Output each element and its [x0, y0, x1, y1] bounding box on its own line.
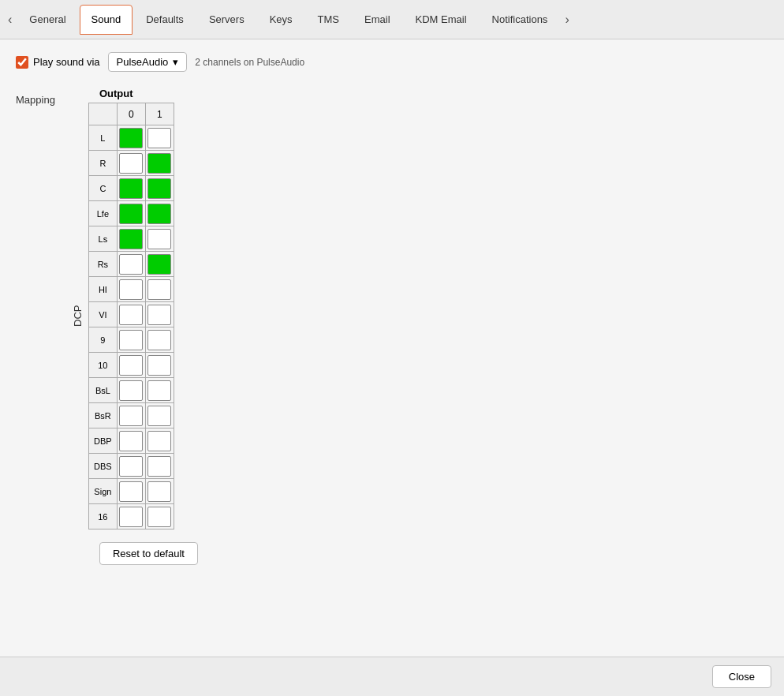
cell-BsR-0[interactable]: [117, 403, 145, 428]
dcp-label: DCP: [68, 103, 87, 529]
cell-inner-DBP-0[interactable]: [119, 431, 143, 451]
cell-10-1[interactable]: [145, 353, 174, 378]
row-label-9: 9: [88, 327, 117, 353]
cell-HI-0[interactable]: [117, 277, 145, 302]
cell-inner-Lfe-1[interactable]: [147, 204, 171, 224]
row-label-L: L: [88, 125, 117, 151]
mapping-col-header-0: 0: [117, 103, 145, 125]
cell-inner-10-1[interactable]: [147, 355, 171, 376]
cell-inner-Lfe-0[interactable]: [119, 204, 143, 224]
cell-inner-10-0[interactable]: [119, 355, 143, 376]
cell-Sign-1[interactable]: [145, 479, 174, 504]
row-label-Rs: Rs: [88, 252, 117, 277]
cell-HI-1[interactable]: [145, 277, 174, 302]
cell-BsL-1[interactable]: [145, 378, 174, 403]
cell-inner-L-1[interactable]: [147, 128, 171, 148]
cell-Lfe-1[interactable]: [145, 201, 174, 226]
table-row: BsR: [88, 403, 174, 428]
cell-Lfe-0[interactable]: [117, 201, 145, 226]
tab-servers[interactable]: Servers: [197, 5, 256, 35]
row-label-R: R: [88, 151, 117, 176]
row-label-C: C: [88, 176, 117, 201]
table-row: 9: [88, 327, 174, 353]
cell-inner-VI-0[interactable]: [119, 305, 143, 325]
cell-inner-L-0[interactable]: [119, 128, 143, 148]
cell-C-1[interactable]: [145, 176, 174, 201]
cell-DBP-1[interactable]: [145, 428, 174, 454]
cell-inner-R-0[interactable]: [119, 153, 143, 174]
cell-inner-9-1[interactable]: [147, 330, 171, 350]
cell-inner-DBP-1[interactable]: [147, 431, 171, 451]
table-row: Rs: [88, 252, 174, 277]
tab-defaults[interactable]: Defaults: [134, 5, 196, 35]
cell-Rs-1[interactable]: [145, 252, 174, 277]
cell-inner-BsR-1[interactable]: [147, 406, 171, 426]
cell-Ls-1[interactable]: [145, 226, 174, 252]
tab-kdm-email[interactable]: KDM Email: [404, 5, 479, 35]
cell-16-0[interactable]: [117, 504, 145, 529]
row-label-DBP: DBP: [88, 428, 117, 454]
cell-inner-Ls-0[interactable]: [119, 229, 143, 249]
cell-inner-Sign-0[interactable]: [119, 481, 143, 502]
audio-device-dropdown[interactable]: PulseAudio ▾: [108, 52, 188, 72]
cell-inner-R-1[interactable]: [147, 153, 171, 174]
cell-inner-16-0[interactable]: [119, 507, 143, 527]
cell-L-1[interactable]: [145, 125, 174, 151]
tab-notifications[interactable]: Notifications: [480, 5, 560, 35]
cell-Sign-0[interactable]: [117, 479, 145, 504]
cell-inner-9-0[interactable]: [119, 330, 143, 350]
cell-L-0[interactable]: [117, 125, 145, 151]
cell-inner-BsL-1[interactable]: [147, 380, 171, 401]
cell-inner-DBS-1[interactable]: [147, 456, 171, 477]
cell-inner-HI-1[interactable]: [147, 279, 171, 300]
cell-inner-Ls-1[interactable]: [147, 229, 171, 249]
cell-R-1[interactable]: [145, 151, 174, 176]
tab-tms[interactable]: TMS: [306, 5, 351, 35]
cell-Ls-0[interactable]: [117, 226, 145, 252]
cell-9-0[interactable]: [117, 327, 145, 353]
cell-C-0[interactable]: [117, 176, 145, 201]
cell-9-1[interactable]: [145, 327, 174, 353]
cell-Rs-0[interactable]: [117, 252, 145, 277]
cell-10-0[interactable]: [117, 353, 145, 378]
tab-general[interactable]: General: [17, 5, 77, 35]
prev-tab-button[interactable]: ‹: [3, 0, 17, 39]
close-button[interactable]: Close: [712, 665, 771, 688]
cell-inner-VI-1[interactable]: [147, 305, 171, 325]
play-sound-checkbox[interactable]: [16, 56, 28, 69]
cell-VI-1[interactable]: [145, 302, 174, 327]
tab-keys[interactable]: Keys: [258, 5, 304, 35]
cell-inner-Rs-1[interactable]: [147, 254, 171, 275]
table-row: Ls: [88, 226, 174, 252]
reset-to-default-button[interactable]: Reset to default: [99, 542, 198, 565]
row-label-BsR: BsR: [88, 403, 117, 428]
cell-inner-BsR-0[interactable]: [119, 406, 143, 426]
play-sound-label[interactable]: Play sound via: [16, 56, 100, 69]
cell-inner-BsL-0[interactable]: [119, 380, 143, 401]
cell-16-1[interactable]: [145, 504, 174, 529]
row-label-Lfe: Lfe: [88, 201, 117, 226]
audio-info-text: 2 channels on PulseAudio: [195, 57, 304, 68]
cell-inner-Rs-0[interactable]: [119, 254, 143, 275]
cell-R-0[interactable]: [117, 151, 145, 176]
mapping-table-wrap: Output DCP 01LRCLfeLsRsHIVI910BsLBsRDBPD…: [68, 88, 198, 565]
row-label-BsL: BsL: [88, 378, 117, 403]
tab-sound[interactable]: Sound: [80, 5, 133, 35]
cell-BsL-0[interactable]: [117, 378, 145, 403]
cell-DBP-0[interactable]: [117, 428, 145, 454]
cell-BsR-1[interactable]: [145, 403, 174, 428]
next-tab-button[interactable]: ›: [560, 0, 573, 39]
cell-inner-DBS-0[interactable]: [119, 456, 143, 477]
table-outer: DCP 01LRCLfeLsRsHIVI910BsLBsRDBPDBSSign1…: [68, 103, 174, 529]
cell-inner-Sign-1[interactable]: [147, 481, 171, 502]
tab-email[interactable]: Email: [353, 5, 402, 35]
cell-inner-C-1[interactable]: [147, 178, 171, 199]
cell-inner-C-0[interactable]: [119, 178, 143, 199]
cell-inner-HI-0[interactable]: [119, 279, 143, 300]
row-label-HI: HI: [88, 277, 117, 302]
cell-inner-16-1[interactable]: [147, 507, 171, 527]
cell-DBS-0[interactable]: [117, 454, 145, 479]
cell-VI-0[interactable]: [117, 302, 145, 327]
cell-DBS-1[interactable]: [145, 454, 174, 479]
row-label-Ls: Ls: [88, 226, 117, 252]
